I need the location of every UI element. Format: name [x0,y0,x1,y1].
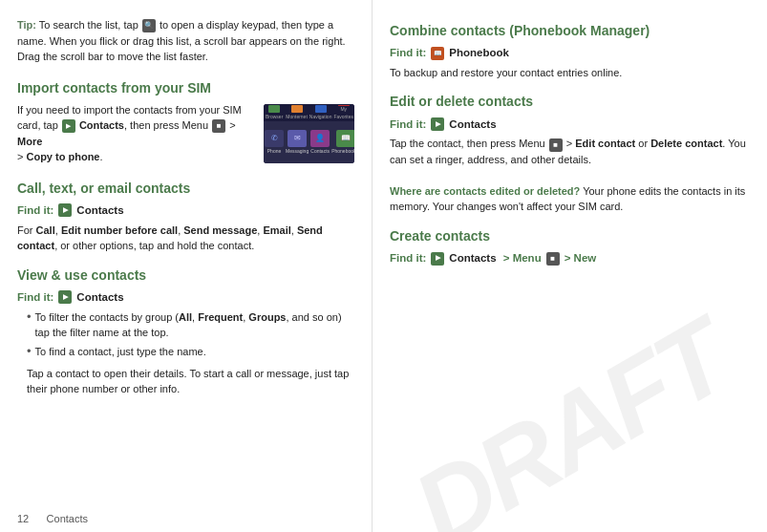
menu-icon-edit: ■ [549,138,563,152]
phone-cell-icon: ✆ [265,130,284,147]
phone-icon-browser: Browser [264,104,285,121]
messaging-cell-label: Messaging [286,148,309,155]
bullet-text-2: To find a contact, just type the name. [35,344,206,360]
view-sub-para: Tap a contact to open their details. To … [27,366,354,397]
sim-contacts-label: Contacts, then press Menu [79,119,211,131]
phone-icon-navigation-label: Navigation [309,114,332,120]
findit-label-combine: Find it: [390,45,426,61]
tip-label: Tip: [17,19,36,31]
findit-label-view: Find it: [17,289,53,306]
bullet-dot-2: • [27,344,32,360]
create-new: > New [565,250,597,266]
phone-icon-phonebook: 📖 Phonebook... [330,121,354,163]
page: Tip: To search the list, tap 🔍 to open a… [0,0,767,532]
phone-icon-monternet-label: Monternet [286,114,308,120]
findit-label-edit: Find it: [390,117,426,133]
menu-icon-create: ■ [546,252,560,266]
phone-icon-navigation: Navigation [309,104,333,121]
findit-app-call: Contacts [76,202,123,219]
phonebook-icon-combine: 📖 [431,47,444,60]
section-view-findit: Find it: ▶ Contacts [17,289,354,306]
phone-icon-messaging: ✉ Messaging [285,121,309,163]
section-edit-findit: Find it: ▶ Contacts [390,117,750,133]
phone-icon-browser-label: Browser [266,114,283,120]
page-number: 12 [17,513,29,524]
tip-block: Tip: To search the list, tap 🔍 to open a… [17,17,354,65]
section-create-findit: Find it: ▶ Contacts > Menu ■ > New [390,250,750,266]
tip-text: To search the list, tap [39,19,141,31]
section-combine-body: To backup and restore your contact entri… [390,65,750,81]
section-view-title: View & use contacts [17,266,354,285]
phone-top-row: Browser Monternet Navigation My Fav [264,104,354,121]
section-combine-findit: Find it: 📖 Phonebook [390,45,750,61]
findit-app-create: Contacts [449,250,496,266]
menu-icon-1: ■ [212,119,225,133]
bullet-item-2: • To find a contact, just type the name. [27,344,354,360]
page-footer: 12 Contacts [17,513,88,524]
contacts-icon-inline: ▶ [62,119,75,133]
findit-app-combine: Phonebook [449,45,509,61]
phone-screen-image: Browser Monternet Navigation My Fav [264,104,354,163]
search-icon: 🔍 [142,19,156,32]
section-call-findit: Find it: ▶ Contacts [17,202,354,219]
section-call-title: Call, text, or email contacts [17,179,354,198]
contacts-icon-edit: ▶ [431,117,444,131]
section-import-title: Import contacts from your SIM [17,78,354,97]
where-heading: Where are contacts edited or deleted? [390,185,580,197]
section-call-body: For Call, Edit number before call, Send … [17,223,354,254]
phonebook-cell-icon: 📖 [336,130,354,147]
phone-icon-myfavorites-label: My Favorites [333,106,353,120]
bullet-text-1: To filter the contacts by group (All, Fr… [35,309,354,341]
phone-bottom-row: ✆ Phone ✉ Messaging 👤 Contacts 📖 [264,121,354,163]
contacts-icon-call: ▶ [58,203,72,217]
sim-text: If you need to import the contacts from … [17,102,256,165]
page-label [32,513,43,524]
findit-label-create: Find it: [390,250,426,266]
section-edit-body: Tap the contact, then press Menu ■ > Edi… [390,136,750,215]
bullet-item-1: • To filter the contacts by group (All, … [27,309,354,341]
messaging-cell-icon: ✉ [288,130,307,147]
phone-cell-label: Phone [267,148,281,155]
phone-icon-monternet: Monternet [285,104,309,121]
phone-icon-phone: ✆ Phone [264,121,285,163]
section-create-title: Create contacts [390,226,750,245]
findit-app-edit: Contacts [449,117,496,133]
phonebook-cell-label: Phonebook... [331,148,354,155]
contacts-cell-label: Contacts [310,148,330,155]
contacts-cell-icon: 👤 [310,130,330,147]
section-edit-title: Edit or delete contacts [390,92,750,111]
contacts-icon-view: ▶ [58,290,72,304]
left-column: Tip: To search the list, tap 🔍 to open a… [0,0,373,532]
contacts-icon-create: ▶ [431,252,444,266]
phone-icon-contacts: 👤 Contacts [309,121,330,163]
view-bullet-list: • To filter the contacts by group (All, … [27,309,354,360]
page-section-label: Contacts [47,513,88,524]
phone-icon-myfavorites: My Favorites [332,104,354,121]
findit-label-call: Find it: [17,202,53,219]
section-combine-title: Combine contacts (Phonebook Manager) [390,21,750,40]
phone-screen: Browser Monternet Navigation My Fav [264,104,354,163]
create-body: > Menu [501,250,542,266]
bullet-dot-1: • [27,309,32,326]
sim-section: If you need to import the contacts from … [17,102,354,165]
findit-app-view: Contacts [76,289,123,306]
right-column: Combine contacts (Phonebook Manager) Fin… [373,0,767,532]
